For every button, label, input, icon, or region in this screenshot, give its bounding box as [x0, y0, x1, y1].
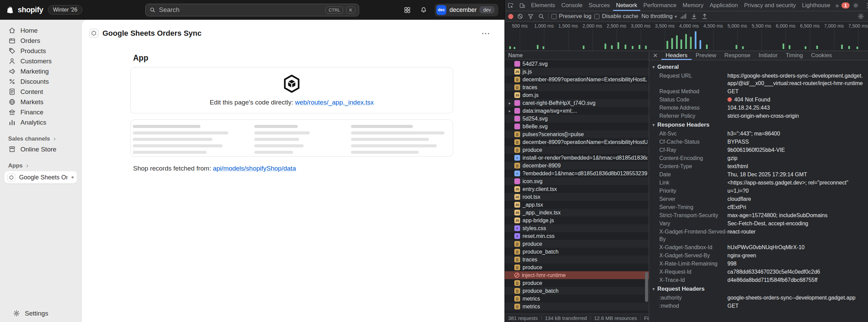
- devtools-settings-button[interactable]: [850, 2, 861, 9]
- details-tab-cookies[interactable]: Cookies: [807, 51, 836, 60]
- shop-records-link[interactable]: api/models/shopifyShop/data: [213, 165, 296, 172]
- request-row[interactable]: {}december-8909?operationName=Extensibil…: [505, 138, 649, 146]
- throttling-select[interactable]: No throttling ▾: [641, 13, 677, 20]
- request-row[interactable]: JSentry.client.tsx: [505, 185, 649, 193]
- store-menu[interactable]: dec december dev: [435, 4, 498, 16]
- version-badge[interactable]: Winter '26: [48, 5, 83, 15]
- devtools-tab-elements[interactable]: Elements: [528, 0, 558, 11]
- sidebar-item-discounts[interactable]: Discounts: [4, 77, 77, 86]
- request-row[interactable]: #reset.min.css: [505, 232, 649, 240]
- details-close-button[interactable]: ✕: [649, 51, 661, 60]
- request-row[interactable]: {}produce: [505, 146, 649, 154]
- sidebar-item-orders[interactable]: Orders: [4, 36, 77, 46]
- devtools-tab-console[interactable]: Console: [558, 0, 585, 11]
- request-row[interactable]: {}traces: [505, 83, 649, 91]
- name-column-header[interactable]: Name: [505, 51, 649, 60]
- devtools-tab-privacy-and-security[interactable]: Privacy and security: [741, 0, 799, 11]
- details-tab-timing[interactable]: Timing: [782, 51, 807, 60]
- sidebar-item-home[interactable]: Home: [4, 26, 77, 35]
- scrollbar-track[interactable]: [645, 60, 648, 313]
- request-row[interactable]: JS_app._index.tsx: [505, 209, 649, 216]
- request-row[interactable]: {}traces: [505, 256, 649, 263]
- request-row[interactable]: b8e8e.svg: [505, 123, 649, 130]
- export-har-button[interactable]: [701, 13, 708, 20]
- request-row[interactable]: 54d27.svg: [505, 60, 649, 68]
- sidebar-section-apps[interactable]: Apps: [8, 162, 73, 169]
- devtools-tab-performance[interactable]: Performance: [640, 0, 679, 11]
- clear-button[interactable]: [516, 13, 524, 20]
- devtools-tab-sources[interactable]: Sources: [585, 0, 613, 11]
- network-settings-button[interactable]: [857, 13, 865, 20]
- request-row[interactable]: #styles.css: [505, 224, 649, 232]
- record-button[interactable]: [508, 14, 513, 19]
- request-row[interactable]: {}produce: [505, 240, 649, 248]
- request-row[interactable]: JSapp-bridge.js: [505, 216, 649, 224]
- section-header-response-headers[interactable]: ▾Response Headers: [649, 120, 868, 130]
- sidebar-item-google-sheets-app[interactable]: Google Sheets Orders... •: [4, 171, 77, 183]
- request-row[interactable]: icon.svg: [505, 177, 649, 185]
- filter-button[interactable]: [527, 13, 534, 20]
- sidebar-item-finance[interactable]: Finance: [4, 107, 77, 117]
- details-tab-response[interactable]: Response: [720, 51, 755, 60]
- request-row[interactable]: JS_app.tsx: [505, 201, 649, 209]
- request-row[interactable]: JSdom.js: [505, 91, 649, 99]
- inspect-element-button[interactable]: [505, 0, 516, 11]
- import-har-button[interactable]: [690, 13, 698, 20]
- expander-icon[interactable]: ▸: [508, 101, 512, 106]
- request-row[interactable]: {}pulses?scenarios[]=pulse: [505, 130, 649, 138]
- request-row[interactable]: ▸caret-right-BefhHpX_t74O.svg: [505, 99, 649, 107]
- search-input[interactable]: Search CTRL K: [145, 4, 359, 16]
- admin-grid-button[interactable]: [400, 3, 414, 16]
- devtools-tab-application[interactable]: Application: [707, 0, 741, 11]
- scrollbar-thumb[interactable]: [645, 272, 648, 302]
- sidebar-item-online-store[interactable]: Online Store: [4, 144, 77, 154]
- request-row[interactable]: {}produce: [505, 263, 649, 271]
- expander-icon[interactable]: ▸: [508, 109, 512, 113]
- request-row[interactable]: JSroot.tsx: [505, 193, 649, 201]
- disable-cache-checkbox[interactable]: Disable cache: [594, 13, 638, 20]
- sidebar-item-products[interactable]: Products: [4, 46, 77, 56]
- request-row[interactable]: {}produce: [505, 279, 649, 287]
- request-row[interactable]: {}metrics: [505, 295, 649, 303]
- sidebar-item-analytics[interactable]: Analytics: [4, 117, 77, 127]
- sidebar-item-customers[interactable]: Customers: [4, 56, 77, 66]
- shopify-logo[interactable]: shopify: [6, 5, 43, 14]
- request-row[interactable]: {}metrics: [505, 303, 649, 310]
- request-row[interactable]: {}produce_batch: [505, 248, 649, 256]
- devtools-tab-network[interactable]: Network: [613, 0, 640, 11]
- details-tab-headers[interactable]: Headers: [661, 51, 691, 60]
- request-row[interactable]: {}produce_batch: [505, 287, 649, 295]
- page-overflow-button[interactable]: ⋯: [481, 32, 491, 35]
- section-header-general[interactable]: ▾General: [649, 62, 868, 72]
- details-tab-initiator[interactable]: Initiator: [755, 51, 782, 60]
- sidebar-item-marketing[interactable]: Marketing: [4, 66, 77, 76]
- sidebar-item-settings[interactable]: Settings: [9, 308, 73, 318]
- request-row[interactable]: {}december-8909?operationName=Extensibil…: [505, 76, 649, 83]
- edit-code-link[interactable]: web/routes/_app._index.tsx: [295, 99, 374, 106]
- request-row[interactable]: ≡?embedded=1&hmac=d8185d1836d8b012855323…: [505, 170, 649, 177]
- sidebar-section-sales-channels[interactable]: Sales channels: [8, 135, 73, 142]
- devtools-menu-button[interactable]: ⋮: [862, 2, 868, 9]
- sidebar-item-markets[interactable]: Markets: [4, 97, 77, 107]
- request-row[interactable]: ≡install-or-render?embedded=1&hmac=d8185…: [505, 154, 649, 162]
- network-conditions-button[interactable]: [680, 13, 687, 20]
- network-search-button[interactable]: [537, 13, 545, 20]
- request-row[interactable]: 5d254.svg: [505, 115, 649, 123]
- request-row[interactable]: ▸data:image/svg+xml;...: [505, 107, 649, 115]
- request-name: produce: [523, 280, 542, 286]
- more-tabs-button[interactable]: »: [833, 2, 841, 9]
- request-row[interactable]: inject-hmr-runtime: [505, 271, 649, 279]
- network-overview-timeline[interactable]: 500 ms1,000 ms1,500 ms2,000 ms2,500 ms3,…: [505, 22, 868, 51]
- app-pin-button[interactable]: •: [71, 174, 74, 181]
- device-toolbar-button[interactable]: [516, 0, 528, 11]
- section-header-request-headers[interactable]: ▾Request Headers: [649, 284, 868, 294]
- devtools-tab-lighthouse[interactable]: Lighthouse: [799, 0, 833, 11]
- notifications-button[interactable]: [416, 3, 431, 16]
- error-count-badge[interactable]: 1: [841, 2, 850, 9]
- request-row[interactable]: {}december-8909: [505, 162, 649, 170]
- devtools-tab-memory[interactable]: Memory: [679, 0, 706, 11]
- sidebar-item-content[interactable]: Content: [4, 87, 77, 97]
- details-tab-preview[interactable]: Preview: [692, 51, 720, 60]
- preserve-log-checkbox[interactable]: Preserve log: [551, 13, 591, 20]
- request-row[interactable]: JSjs.js: [505, 68, 649, 76]
